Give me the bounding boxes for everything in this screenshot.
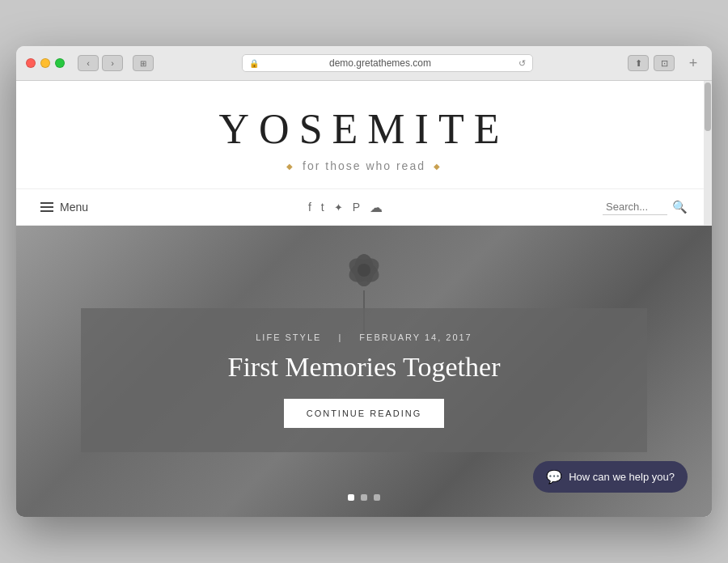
forward-button[interactable]: ›: [102, 55, 123, 71]
browser-window: ‹ › ⊞ 🔒 demo.gretathemes.com ↺ ⬆ ⊡ +: [16, 46, 712, 517]
tagline-text: for those who read: [303, 159, 425, 172]
svg-point-7: [358, 264, 370, 277]
chat-widget[interactable]: 💬 How can we help you?: [533, 461, 688, 493]
hamburger-icon: [40, 202, 53, 212]
site-navigation: Menu f t ✦ P ☁ 🔍: [16, 189, 712, 226]
site-tagline: ◆ for those who read ◆: [32, 159, 696, 172]
slider-dot-2[interactable]: [361, 494, 367, 501]
browser-actions: ⬆ ⊡: [628, 55, 675, 71]
facebook-icon[interactable]: f: [308, 201, 311, 214]
instagram-icon[interactable]: ✦: [334, 201, 343, 214]
reload-button[interactable]: ↺: [518, 58, 526, 69]
reader-view-button[interactable]: ⊞: [133, 55, 154, 71]
diamond-left-icon: ◆: [286, 162, 294, 171]
hero-section: LIFE STYLE | February 14, 2017 First Mem…: [16, 226, 712, 517]
add-tab-button[interactable]: +: [684, 54, 702, 72]
search-icon[interactable]: 🔍: [672, 200, 688, 214]
lock-icon: 🔒: [249, 59, 259, 68]
traffic-lights: [26, 58, 65, 68]
scrollbar-thumb: [705, 83, 711, 131]
share-button[interactable]: ⬆: [628, 55, 649, 71]
hamburger-line-1: [40, 202, 53, 204]
diamond-right-icon: ◆: [434, 162, 442, 171]
hamburger-line-3: [40, 210, 53, 212]
hero-content-overlay: LIFE STYLE | February 14, 2017 First Mem…: [81, 308, 647, 452]
category-text: LIFE STYLE: [256, 332, 321, 342]
back-button[interactable]: ‹: [78, 55, 99, 71]
twitter-icon[interactable]: t: [321, 201, 324, 214]
hero-date: February 14, 2017: [359, 332, 472, 342]
continue-reading-button[interactable]: CONTINUE READING: [284, 399, 445, 428]
menu-label: Menu: [60, 201, 88, 214]
site-title: YOSEMITE: [32, 105, 696, 153]
website-content: YOSEMITE ◆ for those who read ◆ Menu f t: [16, 81, 712, 517]
close-button[interactable]: [26, 58, 36, 68]
pinterest-icon[interactable]: P: [353, 201, 360, 214]
maximize-button[interactable]: [55, 58, 65, 68]
menu-toggle[interactable]: Menu: [40, 201, 88, 214]
slider-dot-1[interactable]: [348, 494, 354, 501]
soundcloud-icon[interactable]: ☁: [370, 200, 383, 215]
nav-buttons: ‹ ›: [78, 55, 123, 71]
address-bar-container: 🔒 demo.gretathemes.com ↺: [160, 54, 615, 72]
search-input[interactable]: [603, 199, 667, 215]
minimize-button[interactable]: [40, 58, 50, 68]
url-text: demo.gretathemes.com: [329, 57, 431, 69]
chat-bubble-icon: 💬: [546, 469, 562, 485]
social-links: f t ✦ P ☁: [308, 200, 383, 215]
hero-title: First Memories Together: [129, 352, 599, 383]
new-tab-button[interactable]: ⊡: [654, 55, 675, 71]
browser-titlebar: ‹ › ⊞ 🔒 demo.gretathemes.com ↺ ⬆ ⊡ +: [26, 54, 702, 72]
category-separator: |: [338, 332, 342, 342]
site-header: YOSEMITE ◆ for those who read ◆: [16, 81, 712, 189]
browser-chrome: ‹ › ⊞ 🔒 demo.gretathemes.com ↺ ⬆ ⊡ +: [16, 46, 712, 81]
search-form: 🔍: [603, 199, 688, 215]
address-bar[interactable]: 🔒 demo.gretathemes.com ↺: [242, 54, 533, 72]
hamburger-line-2: [40, 206, 53, 208]
slider-dot-3[interactable]: [374, 494, 380, 501]
slider-dots: [348, 494, 380, 501]
hero-category: LIFE STYLE | February 14, 2017: [129, 332, 599, 342]
chat-label: How can we help you?: [569, 471, 675, 483]
